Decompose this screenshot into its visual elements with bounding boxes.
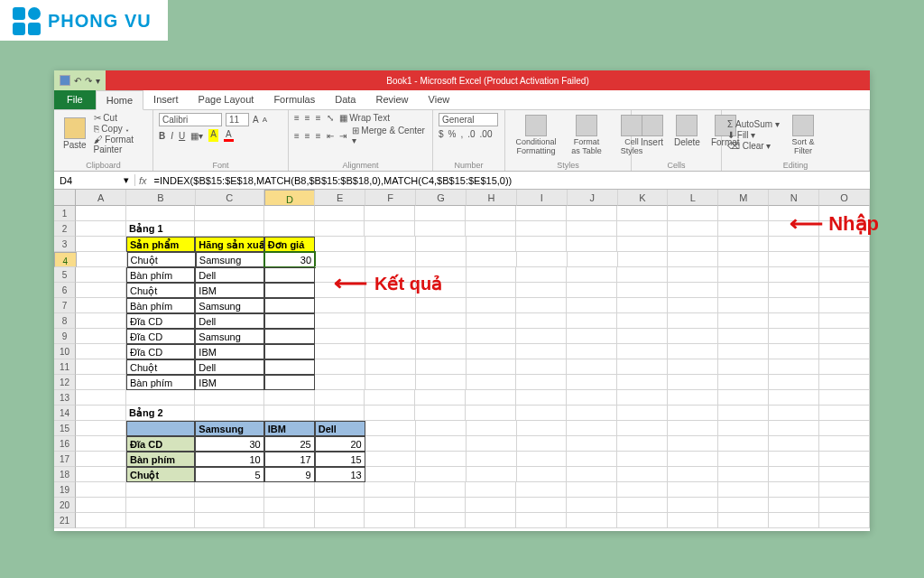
- row-header[interactable]: 14: [54, 406, 76, 421]
- cell[interactable]: [617, 390, 668, 406]
- cell[interactable]: Samsung: [196, 252, 264, 267]
- cell[interactable]: Bàn phím: [126, 375, 195, 390]
- cell[interactable]: [516, 390, 567, 406]
- cell[interactable]: [819, 375, 870, 390]
- cell[interactable]: [365, 406, 415, 421]
- cell[interactable]: [517, 452, 568, 467]
- shrink-font-icon[interactable]: A: [263, 116, 267, 124]
- cell[interactable]: [718, 513, 769, 528]
- cell[interactable]: [718, 206, 769, 221]
- cell[interactable]: [819, 421, 870, 436]
- cell[interactable]: 30: [195, 436, 263, 452]
- cell[interactable]: [416, 329, 467, 344]
- cell[interactable]: Đĩa CD: [126, 329, 195, 344]
- cell[interactable]: [264, 482, 315, 498]
- cell[interactable]: [76, 206, 126, 221]
- cell[interactable]: [315, 329, 365, 344]
- cell[interactable]: [195, 482, 263, 498]
- cell[interactable]: [264, 498, 315, 513]
- col-header[interactable]: O: [819, 190, 870, 206]
- bold-button[interactable]: B: [159, 131, 165, 141]
- cell[interactable]: [617, 237, 668, 252]
- cell[interactable]: [516, 237, 567, 252]
- row-header[interactable]: 18: [54, 467, 76, 482]
- cell[interactable]: [516, 313, 567, 329]
- cell[interactable]: [126, 206, 195, 221]
- cell[interactable]: [718, 467, 769, 482]
- cell[interactable]: [769, 482, 819, 498]
- cell[interactable]: [718, 421, 769, 436]
- row-header[interactable]: 15: [54, 421, 76, 436]
- chevron-down-icon[interactable]: ▾: [124, 174, 129, 186]
- cell[interactable]: [718, 436, 769, 452]
- cell[interactable]: [617, 283, 668, 298]
- row-header[interactable]: 19: [54, 482, 76, 498]
- cell[interactable]: [415, 498, 466, 513]
- cell[interactable]: [819, 237, 870, 252]
- cell[interactable]: Chuột: [126, 283, 195, 298]
- cell[interactable]: [365, 421, 416, 436]
- cell[interactable]: Samsung: [195, 329, 263, 344]
- col-header[interactable]: [54, 190, 76, 206]
- cell[interactable]: Bàn phím: [126, 267, 195, 283]
- col-header[interactable]: I: [517, 190, 568, 206]
- cell[interactable]: [668, 298, 718, 313]
- row-header[interactable]: 3: [54, 237, 76, 252]
- col-header[interactable]: H: [467, 190, 517, 206]
- cell[interactable]: [365, 375, 416, 390]
- cell[interactable]: 5: [195, 467, 263, 482]
- col-header[interactable]: D: [264, 190, 315, 206]
- cell[interactable]: Dell: [195, 267, 263, 283]
- col-header[interactable]: N: [769, 190, 819, 206]
- spreadsheet-grid[interactable]: ABCDEFGHIJKLMNO 12Bảng 13Sản phẩmHãng sả…: [54, 190, 870, 528]
- cell[interactable]: [718, 329, 769, 344]
- cell[interactable]: [567, 482, 617, 498]
- cell[interactable]: [516, 406, 567, 421]
- cell[interactable]: [567, 375, 617, 390]
- cell[interactable]: [516, 482, 567, 498]
- cell[interactable]: [718, 482, 769, 498]
- cell[interactable]: [76, 406, 126, 421]
- cell[interactable]: [76, 482, 126, 498]
- percent-icon[interactable]: %: [448, 129, 457, 139]
- cell[interactable]: [264, 390, 315, 406]
- cell[interactable]: [819, 313, 870, 329]
- cell[interactable]: [77, 252, 127, 267]
- cell[interactable]: [467, 421, 517, 436]
- cell[interactable]: [466, 482, 516, 498]
- cell[interactable]: [819, 406, 870, 421]
- cell[interactable]: [567, 237, 617, 252]
- cell[interactable]: [126, 482, 195, 498]
- tab-file[interactable]: File: [54, 90, 96, 109]
- cell[interactable]: [126, 513, 195, 528]
- cell[interactable]: [617, 375, 668, 390]
- cell[interactable]: [819, 252, 870, 267]
- cell[interactable]: [416, 452, 467, 467]
- fill-color-icon[interactable]: A: [208, 129, 218, 142]
- orientation-icon[interactable]: ⤡: [327, 113, 334, 123]
- cell[interactable]: [567, 298, 617, 313]
- cell[interactable]: [76, 375, 126, 390]
- cell[interactable]: [517, 421, 568, 436]
- format-table-button[interactable]: Format as Table: [565, 113, 608, 157]
- cell[interactable]: [718, 313, 769, 329]
- cell[interactable]: Bảng 2: [126, 406, 195, 421]
- cell[interactable]: [365, 221, 415, 237]
- cell[interactable]: Sản phẩm: [126, 237, 195, 252]
- align-left-icon[interactable]: ≡: [294, 131, 300, 141]
- cell[interactable]: [365, 513, 415, 528]
- tab-formulas[interactable]: Formulas: [263, 90, 325, 109]
- cell[interactable]: [718, 452, 769, 467]
- cell[interactable]: [516, 359, 567, 375]
- cell[interactable]: [315, 513, 365, 528]
- cell[interactable]: [76, 344, 126, 359]
- cell[interactable]: [567, 452, 617, 467]
- cell[interactable]: [365, 313, 416, 329]
- cell[interactable]: [617, 421, 668, 436]
- cell[interactable]: [365, 329, 416, 344]
- cell[interactable]: [718, 283, 769, 298]
- cell[interactable]: [416, 344, 467, 359]
- cell[interactable]: [769, 467, 819, 482]
- format-painter-button[interactable]: 🖌 Format Painter: [94, 135, 147, 154]
- cell[interactable]: [567, 283, 617, 298]
